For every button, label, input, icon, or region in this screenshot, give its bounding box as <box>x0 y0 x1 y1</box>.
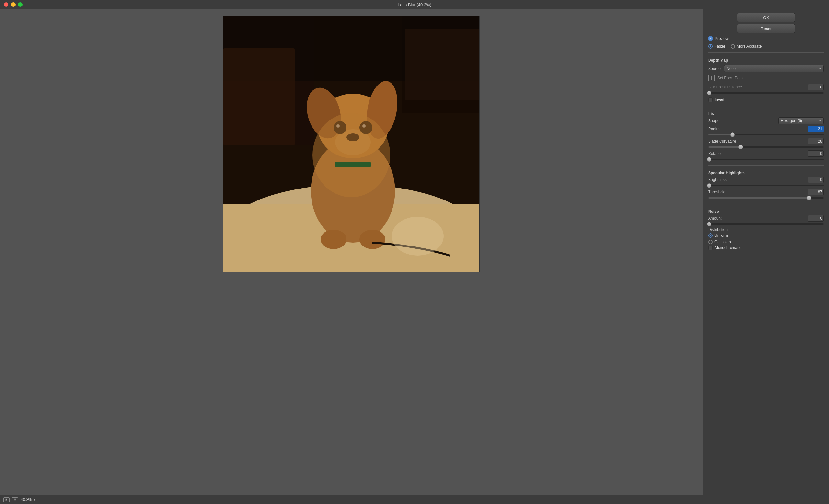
brightness-slider[interactable] <box>708 185 824 186</box>
gaussian-label: Gaussian <box>714 240 731 244</box>
shape-dropdown-arrow: ▼ <box>819 119 822 122</box>
reset-button[interactable]: Reset <box>737 24 795 33</box>
brightness-thumb[interactable] <box>707 183 712 188</box>
monochromatic-checkbox[interactable] <box>708 246 713 250</box>
rotation-value[interactable]: 0 <box>807 150 824 157</box>
faster-radio[interactable] <box>708 44 713 48</box>
quality-radio-group: Faster More Accurate <box>708 44 824 48</box>
blur-focal-value[interactable]: 0 <box>807 84 824 91</box>
svg-point-18 <box>313 113 390 197</box>
monochromatic-label: Monochromatic <box>715 246 741 250</box>
amount-label: Amount <box>708 216 805 221</box>
svg-rect-7 <box>405 29 479 100</box>
ok-button[interactable]: OK <box>737 13 795 22</box>
monochromatic-checkbox-label[interactable]: Monochromatic <box>708 246 741 250</box>
specular-section: Specular Highlights Brightness 0 Thresho… <box>708 170 824 200</box>
blade-curvature-fill <box>708 146 741 148</box>
canvas-area[interactable] <box>0 9 703 495</box>
divider-1 <box>708 52 824 53</box>
zoom-control[interactable]: 40.3% ▼ <box>21 498 36 502</box>
blade-curvature-thumb[interactable] <box>738 145 743 149</box>
more-accurate-radio-label[interactable]: More Accurate <box>730 44 762 48</box>
source-select[interactable]: None ▼ <box>724 65 824 72</box>
shape-label: Shape: <box>708 118 776 123</box>
focal-point-label: Set Focal Point <box>717 76 744 80</box>
monochromatic-row: Monochromatic <box>708 246 824 250</box>
source-label: Source: <box>708 66 721 71</box>
view-icon-2[interactable]: ⊞ <box>12 497 18 502</box>
divider-2 <box>708 106 824 106</box>
iris-section: Iris Shape: Hexagon (6) ▼ Radius 21 Bla <box>708 110 824 161</box>
maximize-button[interactable] <box>18 2 23 7</box>
rotation-thumb[interactable] <box>707 157 712 161</box>
uniform-radio-label[interactable]: Uniform <box>708 233 728 238</box>
shape-select[interactable]: Hexagon (6) ▼ <box>779 117 824 124</box>
shape-row: Shape: Hexagon (6) ▼ <box>708 117 824 124</box>
radius-thumb[interactable] <box>730 133 735 137</box>
invert-checkbox[interactable] <box>708 98 713 102</box>
focal-point-button[interactable]: Set Focal Point <box>708 75 824 81</box>
noise-section: Noise Amount 0 Distribution Uniform Gaus <box>708 208 824 250</box>
threshold-thumb[interactable] <box>807 195 811 200</box>
more-accurate-label: More Accurate <box>737 44 762 48</box>
amount-value[interactable]: 0 <box>807 215 824 222</box>
close-button[interactable] <box>4 2 8 7</box>
view-icon-1[interactable]: ▣ <box>3 497 10 502</box>
preview-label: Preview <box>715 36 729 41</box>
blade-curvature-slider[interactable] <box>708 146 824 148</box>
iris-header: Iris <box>708 111 824 116</box>
blur-focal-slider[interactable] <box>708 92 824 94</box>
preview-section: Preview <box>708 36 824 41</box>
radius-row: Radius 21 <box>708 126 824 132</box>
source-row: Source: None ▼ <box>708 65 824 72</box>
minimize-button[interactable] <box>11 2 15 7</box>
radius-fill <box>708 134 732 135</box>
radius-slider[interactable] <box>708 134 824 135</box>
source-dropdown-arrow: ▼ <box>819 67 822 70</box>
blur-focal-distance-row: Blur Focal Distance 0 <box>708 84 824 91</box>
more-accurate-radio[interactable] <box>730 44 735 48</box>
gaussian-radio[interactable] <box>708 240 713 244</box>
threshold-fill <box>708 197 809 199</box>
title-bar: Lens Blur (40.3%) <box>0 0 829 9</box>
rotation-row: Rotation 0 <box>708 150 824 157</box>
threshold-row: Threshold 87 <box>708 189 824 195</box>
blade-curvature-label: Blade Curvature <box>708 139 805 143</box>
brightness-value[interactable]: 0 <box>807 177 824 183</box>
rotation-slider[interactable] <box>708 159 824 160</box>
main-content: OK Reset Preview Faster More Accurate De… <box>0 9 829 495</box>
focal-point-icon <box>708 75 715 81</box>
preview-checkbox[interactable] <box>708 36 713 41</box>
zoom-dropdown-arrow: ▼ <box>33 498 36 501</box>
window-controls <box>4 2 23 7</box>
blur-focal-thumb[interactable] <box>707 91 712 95</box>
radius-value[interactable]: 21 <box>807 126 824 132</box>
shape-value: Hexagon (6) <box>781 118 802 123</box>
svg-rect-19 <box>335 161 371 168</box>
blade-curvature-value[interactable]: 28 <box>807 138 824 144</box>
image-wrapper <box>223 15 479 272</box>
specular-header: Specular Highlights <box>708 171 824 175</box>
faster-radio-label[interactable]: Faster <box>708 44 725 48</box>
blade-curvature-row: Blade Curvature 28 <box>708 138 824 144</box>
depth-map-header: Depth Map <box>708 58 824 63</box>
status-icons: ▣ ⊞ <box>3 497 18 502</box>
uniform-label: Uniform <box>714 233 728 238</box>
canvas-image[interactable] <box>223 16 479 272</box>
radius-label: Radius <box>708 127 805 131</box>
gaussian-radio-label[interactable]: Gaussian <box>708 240 731 244</box>
threshold-slider[interactable] <box>708 197 824 199</box>
threshold-label: Threshold <box>708 190 805 194</box>
invert-checkbox-label[interactable]: Invert <box>708 98 724 102</box>
threshold-value[interactable]: 87 <box>807 189 824 195</box>
preview-checkbox-label[interactable]: Preview <box>708 36 729 41</box>
uniform-radio[interactable] <box>708 233 713 238</box>
rotation-label: Rotation <box>708 151 805 156</box>
amount-row: Amount 0 <box>708 215 824 222</box>
zoom-value: 40.3% <box>21 498 32 502</box>
action-buttons: OK Reset <box>708 13 824 33</box>
faster-label: Faster <box>714 44 725 48</box>
amount-slider[interactable] <box>708 223 824 225</box>
noise-header: Noise <box>708 209 824 214</box>
amount-thumb[interactable] <box>707 222 712 226</box>
